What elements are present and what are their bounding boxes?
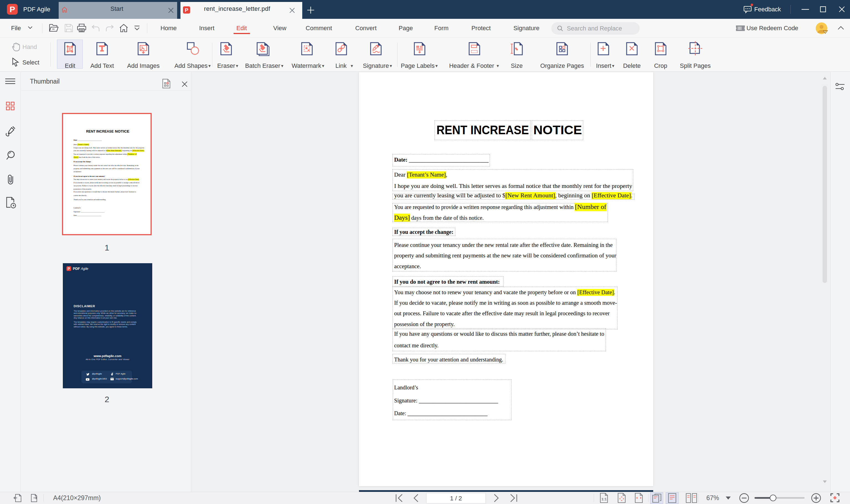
svg-text:1:1: 1:1 [601, 497, 607, 501]
